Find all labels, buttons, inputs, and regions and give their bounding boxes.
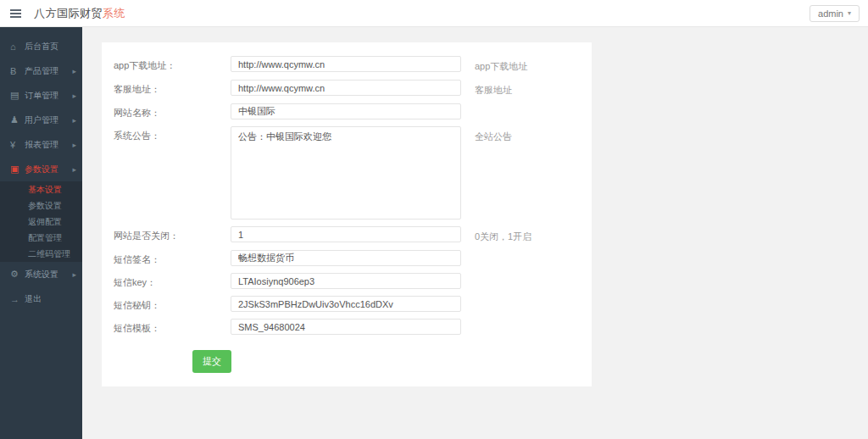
settings-form-card: app下载地址： app下载地址 客服地址： 客服地址 网站名称： [102,42,592,386]
gear-icon: ⚙ [10,269,23,280]
page-title: 八方国际财贸系统 [34,6,125,21]
form-row: 系统公告： 全站公告 [114,126,592,220]
form-row: 短信key： [114,273,592,289]
sidebar-item-label: 用户管理 [25,114,72,126]
chevron-right-icon: ▸ [72,92,76,100]
field-hint: app下载地址 [475,56,527,73]
field-hint: 客服地址 [475,80,512,97]
sidebar-item[interactable]: 配置管理 [0,230,82,246]
sidebar-item[interactable]: ⌂ 后台首页 [0,34,82,58]
form-row: 短信秘钥： [114,296,592,312]
sidebar: ⌂ 后台首页 Ƀ 产品管理 ▸ ▤ 订单管理 ▸ ♟ 用户管理 ▸ [0,27,82,439]
field-hint: 全站公告 [475,126,512,143]
chevron-right-icon: ▸ [72,67,76,75]
sidebar-item-label: 参数设置 [28,200,76,212]
main-content: app下载地址： app下载地址 客服地址： 客服地址 网站名称： [82,27,868,439]
sidebar-item-label: 后台首页 [25,41,76,53]
field-textarea[interactable] [231,126,461,220]
chevron-right-icon: ▸ [72,141,76,149]
report-icon: ¥ [10,140,23,150]
page-title-main: 八方国际财贸 [34,7,103,19]
form-row: 客服地址： 客服地址 [114,80,592,97]
sidebar-item[interactable]: 返佣配置 [0,214,82,230]
settings-form: app下载地址： app下载地址 客服地址： 客服地址 网站名称： [114,56,592,335]
field-input[interactable] [231,319,461,335]
caret-down-icon: ▾ [848,9,851,17]
home-icon: ⌂ [10,42,23,52]
chevron-right-icon: ▸ [72,270,76,279]
form-row: 网站名称： [114,103,592,119]
sidebar-item[interactable]: 基本设置 [0,181,82,197]
field-input[interactable] [231,80,461,96]
field-label: 客服地址： [114,80,231,96]
sidebar-item[interactable]: 二维码管理 [0,246,82,262]
field-hint: 0关闭，1开启 [475,226,531,243]
field-label: 网站名称： [114,103,231,119]
chevron-right-icon: ▸ [72,165,76,174]
chevron-right-icon: ▸ [72,116,76,125]
sidebar-item[interactable]: ¥ 报表管理 ▸ [0,132,82,157]
sidebar-item[interactable]: ▤ 订单管理 ▸ [0,83,82,108]
form-row: 网站是否关闭： 0关闭，1开启 [114,226,592,243]
sidebar-item-label: 产品管理 [25,65,72,77]
sidebar-item[interactable]: → 退出 [0,286,82,311]
field-input[interactable] [231,296,461,312]
sidebar-item[interactable]: ▣ 参数设置 ▸ [0,157,82,181]
field-label: 短信模板： [114,319,231,335]
field-label: 系统公告： [114,126,231,142]
sidebar-item-label: 基本设置 [28,184,76,196]
field-label: app下载地址： [114,56,231,72]
sidebar-item-label: 退出 [25,293,76,305]
field-input[interactable] [231,273,461,289]
sidebar-item-label: 配置管理 [28,232,76,244]
form-row: app下载地址： app下载地址 [114,56,592,73]
field-input[interactable] [231,56,461,72]
sidebar-item[interactable]: ♟ 用户管理 ▸ [0,108,82,132]
product-icon: Ƀ [10,66,23,76]
submit-button[interactable]: 提交 [192,350,231,373]
sidebar-item-label: 返佣配置 [28,216,76,228]
sidebar-item[interactable]: 参数设置 [0,197,82,214]
sidebar-item-label: 参数设置 [25,164,72,175]
sidebar-item-label: 订单管理 [25,90,72,102]
params-icon: ▣ [10,164,23,175]
field-label: 网站是否关闭： [114,226,231,242]
orders-icon: ▤ [10,90,23,101]
sidebar-item[interactable]: Ƀ 产品管理 ▸ [0,58,82,83]
sidebar-item-label: 系统设置 [25,269,72,281]
field-input[interactable] [231,103,461,119]
sidebar-item-label: 二维码管理 [28,248,76,260]
form-row: 短信模板： [114,319,592,335]
page-title-accent: 系统 [103,7,125,19]
hamburger-icon[interactable] [8,5,23,22]
user-icon: ♟ [10,114,23,125]
field-label: 短信签名： [114,250,231,266]
admin-label: admin [818,8,843,19]
form-row: 短信签名： [114,250,592,266]
logout-icon: → [10,294,23,304]
sidebar-item[interactable]: ⚙ 系统设置 ▸ [0,262,82,286]
field-label: 短信秘钥： [114,296,231,312]
field-label: 短信key： [114,273,231,289]
field-input[interactable] [231,250,461,266]
topbar: 八方国际财贸系统 admin ▾ [0,0,868,27]
sidebar-item-label: 报表管理 [25,139,72,151]
admin-dropdown[interactable]: admin ▾ [810,5,860,22]
field-input[interactable] [231,226,461,242]
